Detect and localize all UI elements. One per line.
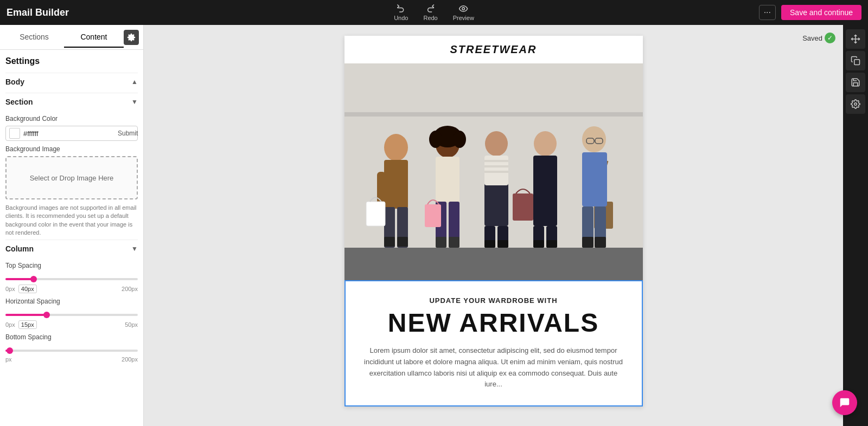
svg-point-0	[462, 8, 465, 10]
column-section-header[interactable]: Column ▼	[5, 240, 138, 257]
content-main-title: NEW ARRIVALS	[362, 308, 626, 338]
svg-rect-36	[533, 240, 544, 248]
svg-rect-10	[377, 172, 386, 204]
svg-rect-30	[484, 240, 495, 248]
svg-rect-9	[397, 237, 408, 247]
save-icon-button[interactable]	[846, 73, 865, 92]
undo-button[interactable]: Undo	[387, 2, 414, 23]
svg-rect-45	[582, 152, 607, 206]
svg-point-22	[485, 131, 508, 156]
bg-notice-text: Background images are not supported in a…	[5, 204, 138, 237]
bg-image-label: Background Image	[5, 145, 138, 153]
saved-text: Saved	[802, 34, 822, 42]
bottom-spacing-max: 200px	[122, 356, 138, 363]
svg-point-32	[534, 131, 557, 156]
svg-point-53	[854, 103, 857, 106]
settings-title: Settings	[5, 56, 138, 66]
body-section-header[interactable]: Body ▲	[5, 73, 138, 91]
svg-point-15	[453, 131, 466, 148]
horizontal-spacing-max: 50px	[125, 321, 138, 328]
drop-zone-text: Select or Drop Image Here	[30, 174, 114, 182]
section-section-header[interactable]: Section ▼	[5, 93, 138, 111]
svg-rect-2	[344, 248, 643, 280]
save-continue-button[interactable]: Save and continue	[781, 5, 861, 20]
left-panel: Sections Content Settings Body ▲ Section…	[0, 25, 144, 426]
horizontal-spacing-slider[interactable]	[5, 314, 138, 316]
color-hex-input[interactable]	[23, 130, 114, 138]
topbar-actions: Undo Redo Preview	[387, 2, 481, 23]
top-spacing-label: Top Spacing	[5, 262, 138, 269]
image-drop-zone[interactable]: Select or Drop Image Here	[5, 156, 138, 199]
svg-rect-49	[595, 237, 606, 248]
top-spacing-min: 0px	[5, 286, 15, 292]
canvas-area: Saved ✓ STREETWEAR	[144, 25, 843, 426]
svg-rect-26	[484, 165, 508, 167]
panel-gear-icon[interactable]	[124, 30, 139, 45]
redo-button[interactable]: Redo	[417, 2, 444, 23]
topbar: Email Builder Undo Redo Preview	[0, 0, 868, 25]
body-chevron-up-icon: ▲	[131, 78, 138, 86]
column-label: Column	[5, 244, 34, 253]
tab-sections[interactable]: Sections	[4, 27, 64, 48]
svg-rect-11	[366, 202, 385, 226]
svg-rect-31	[497, 240, 508, 248]
right-toolbar	[843, 25, 868, 426]
email-content-section: UPDATE YOUR WARDROBE WITH NEW ARRIVALS L…	[344, 280, 643, 406]
top-spacing-value: 40px	[18, 285, 37, 293]
svg-rect-27	[484, 171, 508, 173]
svg-point-14	[429, 131, 442, 148]
main-layout: Sections Content Settings Body ▲ Section…	[0, 25, 868, 426]
svg-rect-48	[582, 237, 593, 248]
svg-rect-52	[854, 60, 860, 65]
svg-point-4	[384, 134, 408, 161]
section-label: Section	[5, 98, 33, 106]
svg-rect-25	[484, 160, 508, 162]
copy-button[interactable]	[846, 51, 865, 70]
svg-rect-21	[425, 204, 441, 227]
email-hero-image	[344, 63, 643, 280]
panel-content: Settings Body ▲ Section ▼ Background Col…	[0, 50, 143, 426]
brand-name: STREETWEAR	[352, 43, 635, 56]
svg-rect-5	[384, 160, 408, 209]
svg-rect-16	[436, 157, 459, 203]
svg-rect-20	[449, 237, 459, 248]
bottom-spacing-slider[interactable]	[5, 350, 138, 352]
move-button[interactable]	[846, 29, 865, 49]
preview-button[interactable]: Preview	[446, 2, 481, 23]
body-label: Body	[5, 78, 24, 86]
bottom-spacing-min: px	[5, 356, 12, 363]
column-chevron-down-icon: ▼	[131, 245, 138, 253]
svg-rect-37	[546, 240, 557, 248]
top-spacing-max: 200px	[122, 286, 138, 292]
svg-rect-8	[384, 237, 395, 247]
hero-svg	[344, 63, 643, 280]
svg-rect-38	[513, 193, 533, 221]
horizontal-spacing-min: 0px	[5, 321, 15, 328]
more-button[interactable]: ···	[759, 5, 776, 20]
content-subtitle: UPDATE YOUR WARDROBE WITH	[362, 296, 626, 305]
top-spacing-slider[interactable]	[5, 278, 138, 280]
svg-rect-33	[533, 156, 557, 226]
top-spacing-labels: 0px 40px 200px	[5, 285, 138, 293]
horizontal-spacing-label: Horizontal Spacing	[5, 298, 138, 305]
tab-content[interactable]: Content	[64, 27, 124, 48]
settings-icon-button[interactable]	[846, 94, 865, 114]
color-swatch[interactable]	[9, 128, 20, 139]
svg-rect-19	[436, 237, 446, 248]
saved-check-icon: ✓	[825, 33, 835, 43]
horizontal-spacing-value: 15px	[18, 320, 37, 329]
email-canvas: STREETWEAR	[344, 36, 643, 406]
horizontal-spacing-labels: 0px 15px 50px	[5, 320, 138, 329]
bg-color-input-row: Submit	[5, 126, 138, 141]
svg-rect-3	[344, 112, 643, 117]
saved-indicator: Saved ✓	[802, 33, 835, 43]
bg-color-label: Background Color	[5, 115, 138, 122]
panel-tabs: Sections Content	[0, 25, 143, 50]
content-body-text: Lorem ipsum dolor sit amet, consectetur …	[362, 345, 626, 390]
app-title: Email Builder	[7, 7, 148, 18]
color-submit-button[interactable]: Submit	[118, 130, 138, 137]
svg-rect-23	[484, 183, 508, 226]
chat-bubble-button[interactable]	[832, 390, 857, 415]
bottom-spacing-labels: px 200px	[5, 356, 138, 363]
topbar-right: ··· Save and continue	[759, 5, 861, 20]
